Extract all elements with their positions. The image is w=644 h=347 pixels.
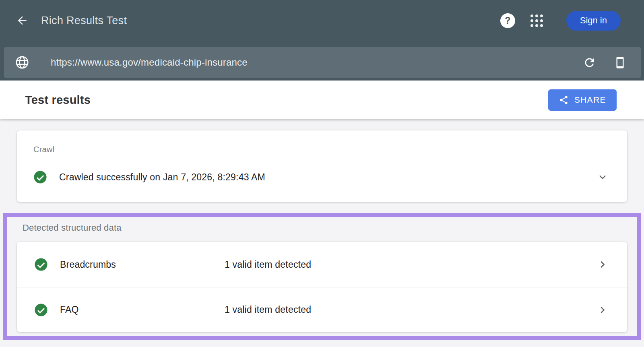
url-bar[interactable]: https://www.usa.gov/medicaid-chip-insura… [4,47,641,78]
structured-data-detail: 1 valid item detected [225,304,311,315]
structured-data-card: Breadcrumbs 1 valid item detected FAQ 1 … [17,242,627,332]
crawl-status-row[interactable]: Crawled successfully on Jan 7, 2026, 8:2… [33,168,609,186]
app-title: Rich Results Test [41,14,127,27]
share-button[interactable]: SHARE [548,89,617,111]
app-bar: Rich Results Test ? Sign in [0,0,644,41]
smartphone-icon [614,56,626,69]
app-header: Rich Results Test ? Sign in [0,0,644,81]
main-content: Crawl Crawled successfully on Jan 7, 202… [0,119,644,340]
chevron-right-icon[interactable] [596,304,609,316]
back-arrow-icon [16,14,29,27]
structured-data-type: FAQ [60,304,225,315]
help-button[interactable]: ? [500,13,515,28]
check-circle-icon [34,303,48,317]
google-apps-button[interactable] [529,13,545,29]
structured-data-detail: 1 valid item detected [225,259,311,270]
back-button[interactable] [15,14,29,27]
help-icon: ? [505,15,510,26]
refresh-icon [583,56,596,69]
share-icon [559,95,569,105]
results-header: Test results SHARE [0,81,644,119]
globe-icon [14,55,30,70]
crawl-card: Crawl Crawled successfully on Jan 7, 202… [17,130,627,202]
chevron-down-icon[interactable] [596,171,609,184]
crawl-section-label: Crawl [33,144,609,155]
url-actions [583,56,626,69]
app-bar-actions: ? Sign in [500,11,621,31]
page-title: Test results [25,93,91,107]
tested-url[interactable]: https://www.usa.gov/medicaid-chip-insura… [51,57,248,68]
device-toggle-button[interactable] [614,56,626,69]
structured-data-row-breadcrumbs[interactable]: Breadcrumbs 1 valid item detected [17,242,627,287]
structured-data-label: Detected structured data [17,223,627,233]
structured-data-type: Breadcrumbs [60,259,225,270]
url-row: https://www.usa.gov/medicaid-chip-insura… [0,41,644,78]
share-button-label: SHARE [574,95,606,105]
check-circle-icon [34,258,48,271]
structured-data-row-faq[interactable]: FAQ 1 valid item detected [17,287,627,332]
crawl-status-text: Crawled successfully on Jan 7, 2026, 8:2… [59,172,265,183]
chevron-right-icon[interactable] [596,258,609,271]
refresh-button[interactable] [583,56,596,69]
annotation-highlight-box: Detected structured data Breadcrumbs 1 v… [3,213,641,340]
check-circle-icon [33,170,47,184]
sign-in-button[interactable]: Sign in [566,11,621,31]
